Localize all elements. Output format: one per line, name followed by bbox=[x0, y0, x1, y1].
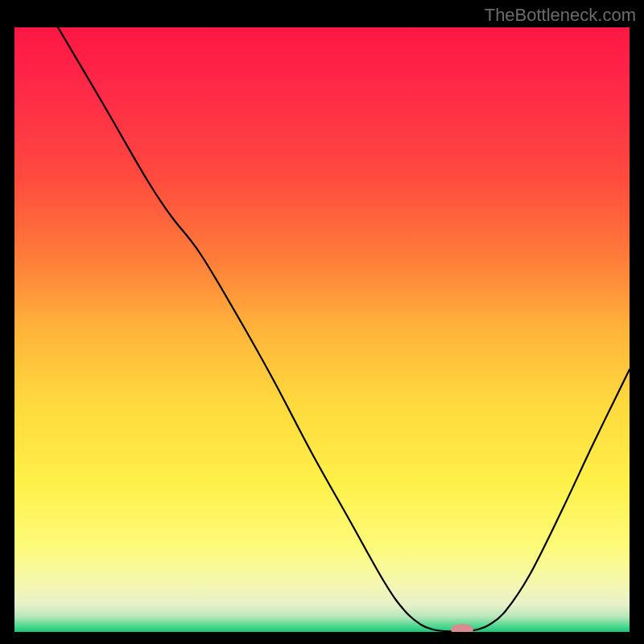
watermark-text: TheBottleneck.com bbox=[485, 5, 636, 26]
gradient-background bbox=[14, 27, 630, 632]
chart-svg bbox=[14, 27, 630, 632]
chart-container bbox=[14, 27, 630, 632]
